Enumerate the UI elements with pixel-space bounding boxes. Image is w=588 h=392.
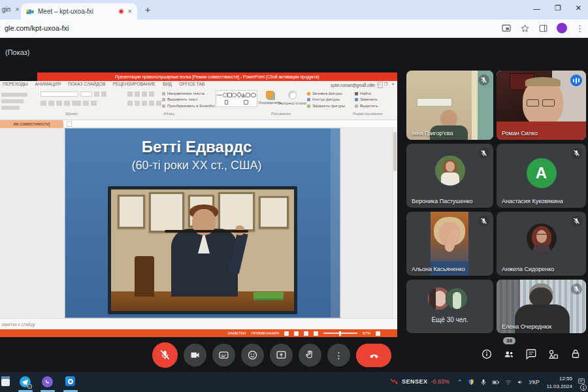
reactions-button[interactable] bbox=[241, 344, 264, 367]
zoom-level: 67% bbox=[363, 331, 370, 335]
taskbar-stock-widget[interactable]: SENSEX -0.83% bbox=[389, 377, 449, 386]
ppt-workspace: Бетті Едвардс (60-ті роки ХХ ст., США) bbox=[0, 128, 397, 318]
viber-icon[interactable] bbox=[42, 376, 53, 387]
participant-tile[interactable]: А Анастасия Куковякина bbox=[497, 144, 586, 208]
mic-muted-icon bbox=[478, 216, 489, 227]
participant-name: Анастасия Куковякина bbox=[502, 198, 563, 204]
tray-expand-icon[interactable]: ⌃ bbox=[457, 379, 463, 385]
more-options-button[interactable]: ⋮ bbox=[327, 344, 350, 367]
participant-tile[interactable]: Елена Очереднюк bbox=[497, 280, 586, 333]
clock-time: 12:55 bbox=[547, 375, 572, 383]
host-controls-lock-icon[interactable] bbox=[570, 348, 581, 360]
shapes-gallery bbox=[216, 90, 257, 107]
microphone-tray-icon[interactable] bbox=[480, 378, 487, 386]
participant-tile[interactable]: Альона Касьяненко bbox=[406, 212, 493, 276]
stock-symbol: SENSEX bbox=[402, 378, 428, 385]
desktop-screen: gin × Meet – kpt-uxoa-fxi × + — ❐ ✕ gle.… bbox=[0, 0, 588, 392]
speaker-icon[interactable] bbox=[517, 378, 525, 386]
battery-icon[interactable] bbox=[492, 378, 500, 386]
overflow-count: Ещё 30 чел. bbox=[406, 316, 493, 323]
tab-background[interactable]: gin × bbox=[2, 6, 20, 13]
ppt-title-bar: Презентация правополушарные волка [Режим… bbox=[37, 73, 397, 81]
present-button[interactable] bbox=[270, 344, 293, 367]
meeting-info-icon[interactable] bbox=[481, 348, 493, 360]
participant-name: Альона Касьяненко bbox=[412, 266, 465, 272]
side-panel-icon[interactable] bbox=[538, 24, 548, 33]
lock-overlay-icon bbox=[27, 384, 32, 389]
ribbon-tab: ПОКАЗ СЛАЙДОВ bbox=[68, 82, 106, 86]
profile-avatar[interactable] bbox=[557, 23, 567, 33]
quick-styles-icon bbox=[288, 91, 297, 99]
activities-icon[interactable] bbox=[547, 348, 559, 360]
browser-toolbar: gle.com/kpt-uxoa-fxi ⋮ bbox=[0, 20, 588, 38]
people-icon[interactable] bbox=[503, 348, 515, 360]
chat-icon[interactable] bbox=[525, 348, 537, 360]
language-indicator[interactable]: УКР bbox=[529, 379, 540, 385]
participant-name: Роман Силко bbox=[502, 130, 538, 137]
network-icon[interactable] bbox=[504, 378, 512, 386]
new-tab-button[interactable]: + bbox=[145, 5, 150, 15]
participant-tile[interactable]: Інна Григор'єва bbox=[406, 71, 493, 140]
address-bar[interactable]: gle.com/kpt-uxoa-fxi bbox=[5, 24, 69, 32]
cmd-to-smartart: Преобразовать в SmartArt bbox=[167, 103, 215, 109]
captions-button[interactable] bbox=[212, 344, 235, 367]
ribbon-tab: OFFICE TAB bbox=[179, 82, 204, 86]
outlook-icon[interactable] bbox=[65, 376, 75, 386]
browser-tab-strip: gin × Meet – kpt-uxoa-fxi × + — ❐ ✕ bbox=[0, 0, 588, 20]
cmd-shape-effects: Эффекты фигуры bbox=[312, 103, 345, 109]
tab-title: Meet – kpt-uxoa-fxi bbox=[38, 8, 114, 15]
slide-canvas: Бетті Едвардс (60-ті роки ХХ ст., США) bbox=[65, 129, 340, 318]
avatar bbox=[446, 287, 468, 310]
stock-down-icon bbox=[389, 377, 399, 386]
tab-close-icon[interactable]: × bbox=[128, 8, 132, 15]
clock-date: 11.03.2024 bbox=[547, 383, 572, 391]
recording-indicator-icon bbox=[118, 8, 124, 14]
ppt-ribbon: ПЕРЕХОДЫ АНИМАЦИЯ ПОКАЗ СЛАЙДОВ РЕЦЕНЗИР… bbox=[0, 81, 397, 120]
window-maximize-icon[interactable]: ❐ bbox=[555, 4, 561, 12]
avatar bbox=[435, 155, 465, 186]
meet-favicon-icon bbox=[26, 8, 34, 16]
ribbon-tab: АНИМАЦИЯ bbox=[35, 82, 61, 86]
window-minimize-icon[interactable]: — bbox=[533, 5, 540, 12]
tab-meet[interactable]: Meet – kpt-uxoa-fxi × bbox=[21, 3, 137, 20]
windows-taskbar: SENSEX -0.83% ⌃ УКР 12:55 11.03.2024 1 bbox=[0, 372, 588, 392]
view-reading-icon bbox=[304, 331, 308, 336]
mic-button[interactable] bbox=[152, 342, 178, 368]
window-close-icon[interactable]: ✕ bbox=[576, 4, 581, 12]
cmd-text-direction: Направление текста bbox=[167, 91, 204, 97]
cmd-quick-styles: Экспресс-стили bbox=[278, 101, 306, 106]
participant-tile[interactable]: Вероника Пастушенко bbox=[406, 144, 493, 208]
telegram-icon[interactable] bbox=[20, 376, 31, 387]
pencil bbox=[165, 230, 248, 233]
status-comments-toggle: ПРИМЕЧАНИЯ bbox=[251, 331, 279, 335]
bookmark-star-icon[interactable] bbox=[520, 24, 530, 33]
security-shield-icon[interactable] bbox=[467, 378, 475, 386]
office-tab-document: им совместимости] bbox=[0, 120, 63, 128]
mic-muted-icon bbox=[478, 148, 489, 159]
ribbon-group-drawing: Рисование bbox=[271, 112, 291, 116]
participant-tile[interactable]: Роман Силко bbox=[497, 71, 586, 140]
cmd-shape-fill: Заливка фигуры bbox=[312, 91, 342, 97]
notification-count-badge: 1 bbox=[580, 384, 587, 391]
raise-hand-button[interactable] bbox=[299, 344, 321, 367]
browser-menu-icon[interactable]: ⋮ bbox=[576, 24, 584, 33]
meeting-panels-bar bbox=[481, 348, 581, 360]
leave-call-button[interactable] bbox=[356, 344, 391, 367]
system-tray: ⌃ УКР bbox=[457, 376, 540, 388]
tab-close-icon[interactable]: × bbox=[15, 6, 19, 13]
chair bbox=[135, 256, 154, 297]
egg-carton bbox=[253, 292, 284, 301]
taskbar-clock[interactable]: 12:55 11.03.2024 bbox=[547, 375, 572, 390]
media-pip-icon[interactable] bbox=[501, 23, 512, 33]
overflow-tile[interactable]: Ещё 30 чел. bbox=[406, 280, 493, 333]
view-normal-icon bbox=[284, 331, 289, 336]
meeting-controls: ⋮ bbox=[152, 342, 391, 368]
tab-label: gin bbox=[2, 6, 10, 13]
participant-tile[interactable]: Анжела Сидоренко bbox=[497, 212, 586, 276]
pinned-app-icon[interactable] bbox=[1, 376, 10, 386]
camera-button[interactable] bbox=[184, 344, 206, 367]
participants-count-badge: 38 bbox=[503, 337, 515, 344]
cmd-replace: Заменить bbox=[360, 97, 378, 103]
slide-title: Бетті Едвардс bbox=[65, 138, 328, 156]
cmd-align-text: Выровнять текст bbox=[167, 97, 198, 103]
